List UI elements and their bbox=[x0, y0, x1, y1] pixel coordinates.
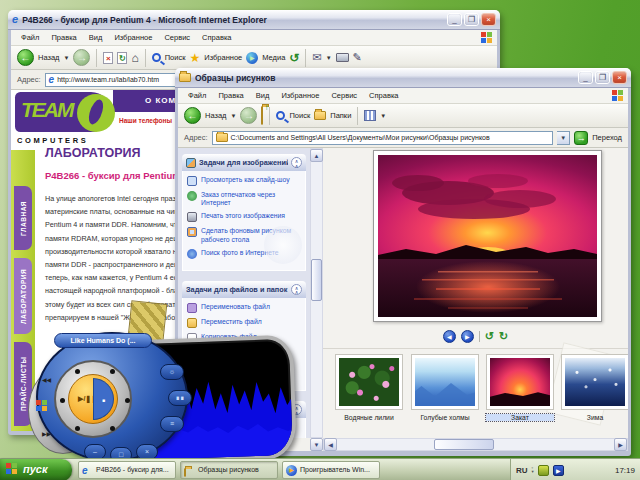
close-button[interactable]: × bbox=[481, 13, 496, 26]
task-item[interactable]: Переименовать файл bbox=[187, 303, 301, 313]
media-label[interactable]: Медиа bbox=[262, 53, 285, 62]
back-label[interactable]: Назад bbox=[38, 53, 60, 62]
search-label[interactable]: Поиск bbox=[289, 111, 310, 120]
scrollbar-thumb[interactable] bbox=[434, 439, 494, 450]
mail-icon[interactable]: ✉ bbox=[312, 51, 321, 64]
close-button[interactable]: × bbox=[612, 71, 627, 84]
favorites-label[interactable]: Избранное bbox=[204, 53, 242, 62]
collapse-chevron-icon[interactable]: ∧∧ bbox=[291, 157, 302, 168]
back-dropdown-icon[interactable]: ▼ bbox=[64, 55, 70, 61]
language-indicator[interactable]: RU bbox=[516, 466, 528, 475]
scroll-up-icon[interactable]: ▲ bbox=[310, 149, 323, 162]
mail-dropdown-icon[interactable]: ▼ bbox=[326, 55, 332, 61]
playlist-icon[interactable]: ≡ bbox=[160, 416, 184, 432]
search-icon[interactable] bbox=[152, 53, 161, 62]
home-icon[interactable]: ⌂ bbox=[131, 51, 138, 65]
thumbnail-sunset[interactable] bbox=[486, 354, 554, 410]
history-icon[interactable]: ↺ bbox=[289, 51, 299, 65]
print-icon[interactable] bbox=[336, 53, 349, 62]
folders-icon[interactable] bbox=[314, 111, 326, 120]
brightness-icon[interactable]: ☼ bbox=[160, 364, 184, 380]
forward-icon[interactable]: → bbox=[73, 49, 90, 66]
scroll-right-icon[interactable]: ▶ bbox=[614, 438, 627, 451]
maximize-button[interactable]: ❐ bbox=[595, 71, 610, 84]
thumbnail-water-lilies[interactable] bbox=[335, 354, 403, 410]
minimize-button[interactable]: _ bbox=[578, 71, 593, 84]
media-icon[interactable]: ▶ bbox=[246, 52, 258, 64]
thumbnail-label[interactable]: Зима bbox=[561, 414, 628, 421]
taskbar-task-ie[interactable]: e P4B266 - буксир для... bbox=[78, 461, 176, 479]
folders-label[interactable]: Папки bbox=[330, 111, 351, 120]
task-item[interactable]: Печать этого изображения bbox=[187, 212, 301, 222]
task-item[interactable]: Просмотреть как слайд-шоу bbox=[187, 176, 301, 186]
up-folder-icon[interactable]: ↑ bbox=[261, 107, 263, 125]
tray-wmp-icon[interactable]: ▶ bbox=[553, 465, 564, 476]
address-dropdown-icon[interactable]: ▼ bbox=[557, 131, 570, 145]
site-logo[interactable]: TEAM COMPUTERS bbox=[13, 90, 113, 150]
scroll-left-icon[interactable]: ◀ bbox=[324, 438, 337, 451]
file-tasks-header[interactable]: Задачи для файлов и папок ∧∧ bbox=[182, 281, 306, 298]
rotate-cw-icon[interactable]: ↻ bbox=[499, 331, 508, 342]
ie-titlebar[interactable]: e P4B266 - буксир для Pentium 4 - Micros… bbox=[8, 10, 500, 30]
menu-item[interactable]: Правка bbox=[212, 91, 249, 100]
taskbar-clock[interactable]: 17:19 bbox=[615, 466, 635, 475]
views-dropdown-icon[interactable]: ▼ bbox=[380, 113, 386, 119]
views-icon[interactable] bbox=[364, 110, 376, 121]
menu-item[interactable]: Справка bbox=[363, 91, 404, 100]
next-track-icon[interactable]: ▶▶ bbox=[42, 430, 51, 437]
previous-image-icon[interactable]: ◀ bbox=[443, 330, 456, 343]
collapse-chevron-icon[interactable]: ∧∧ bbox=[291, 284, 302, 295]
back-dropdown-icon[interactable]: ▼ bbox=[231, 113, 237, 119]
back-label[interactable]: Назад bbox=[205, 111, 227, 120]
site-phones-link[interactable]: Наши телефоны bbox=[119, 117, 172, 124]
taskpane-scrollbar[interactable]: ▲ bbox=[310, 148, 323, 438]
thumbnail-blue-hills[interactable] bbox=[411, 354, 479, 410]
picture-tasks-header[interactable]: Задачи для изображений ∧∧ bbox=[182, 154, 306, 171]
maximize-button[interactable]: ❐ bbox=[464, 13, 479, 26]
next-image-icon[interactable]: ▶ bbox=[461, 330, 474, 343]
minimize-button[interactable]: _ bbox=[447, 13, 462, 26]
stop-icon[interactable]: × bbox=[103, 52, 113, 64]
go-label[interactable]: Переход bbox=[592, 133, 622, 142]
menu-item[interactable]: Избранное bbox=[275, 91, 325, 100]
menu-item[interactable]: Вид bbox=[83, 33, 109, 42]
menu-item[interactable]: Справка bbox=[196, 33, 237, 42]
scrollbar-thumb[interactable] bbox=[311, 259, 322, 301]
tray-icon-1[interactable] bbox=[538, 465, 549, 476]
back-icon[interactable]: ← bbox=[184, 107, 201, 124]
filmstrip-scrollbar[interactable]: ◀ ▶ bbox=[323, 438, 628, 451]
forward-icon[interactable]: → bbox=[240, 107, 257, 124]
menu-item[interactable]: Файл bbox=[182, 91, 212, 100]
scroll-down-icon[interactable]: ▼ bbox=[310, 438, 323, 451]
go-icon[interactable]: → bbox=[574, 131, 588, 145]
language-bar-options-icon[interactable]: ▫▾ bbox=[532, 466, 534, 475]
task-item[interactable]: Переместить файл bbox=[187, 318, 301, 328]
explorer-titlebar[interactable]: Образцы рисунков _ ❐ × bbox=[175, 68, 631, 88]
menu-item[interactable]: Сервис bbox=[325, 91, 363, 100]
menu-item[interactable]: Сервис bbox=[158, 33, 196, 42]
search-label[interactable]: Поиск bbox=[165, 53, 186, 62]
menu-item[interactable]: Избранное bbox=[108, 33, 158, 42]
taskbar-task-wmp[interactable]: ▶ Проигрыватель Win... bbox=[282, 461, 380, 479]
back-icon[interactable]: ← bbox=[17, 49, 34, 66]
thumbnail-winter[interactable] bbox=[561, 354, 628, 410]
address-input[interactable]: C:\Documents and Settings\All Users\Доку… bbox=[212, 131, 554, 145]
thumbnail-label[interactable]: Голубые холмы bbox=[411, 414, 479, 421]
taskbar-task-explorer[interactable]: Образцы рисунков bbox=[180, 461, 278, 479]
previous-track-icon[interactable]: ◀◀ bbox=[42, 376, 51, 383]
thumbnail-label-selected[interactable]: Закат bbox=[486, 414, 554, 421]
favorites-icon[interactable]: ★ bbox=[190, 51, 201, 65]
equalizer-icon[interactable]: ∎∎ bbox=[168, 390, 192, 406]
menu-item[interactable]: Файл bbox=[15, 33, 45, 42]
rotate-ccw-icon[interactable]: ↺ bbox=[485, 331, 494, 342]
search-icon[interactable] bbox=[276, 111, 285, 120]
menu-item[interactable]: Вид bbox=[250, 91, 276, 100]
site-tab-main[interactable]: ГЛАВНАЯ bbox=[14, 186, 32, 250]
task-item[interactable]: Заказ отпечатков через Интернет bbox=[187, 191, 301, 207]
site-tab-lab[interactable]: ЛАБОРАТОРИЯ bbox=[14, 258, 32, 334]
menu-item[interactable]: Правка bbox=[45, 33, 82, 42]
sunset-preview-image[interactable] bbox=[378, 155, 597, 317]
start-button[interactable]: пуск bbox=[0, 459, 72, 480]
thumbnail-label[interactable]: Водяные лилии bbox=[335, 414, 403, 421]
refresh-icon[interactable]: ↻ bbox=[117, 52, 127, 64]
